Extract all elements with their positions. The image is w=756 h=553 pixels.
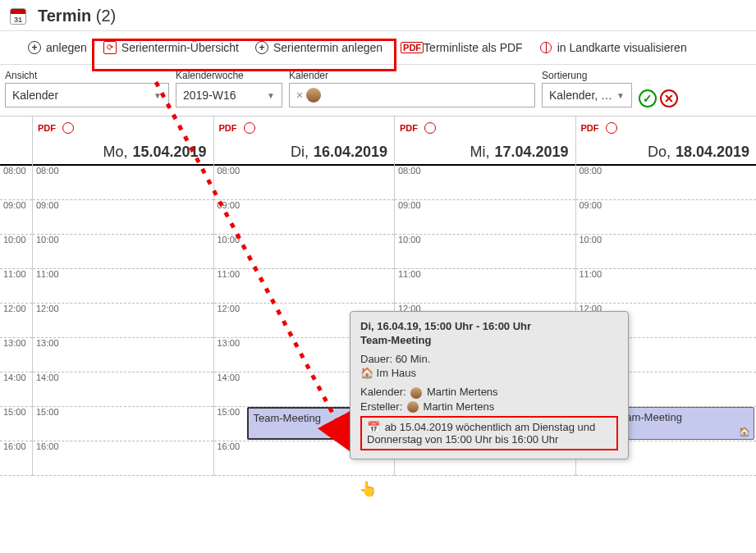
plus-circle-icon: + <box>255 41 268 54</box>
hour-label: 12:00 <box>3 304 26 313</box>
day-date: 15.04.2019 <box>132 144 206 161</box>
hour-label: 10:00 <box>3 235 26 245</box>
tooltip-datetime: Di, 16.04.19, 15:00 Uhr - 16:00 Uhr <box>360 320 618 332</box>
pdf-mini-icon[interactable]: PDF <box>400 123 418 133</box>
tooltip-recurrence-box: 📅 ab 15.04.2019 wöchentlich am Dienstag … <box>360 416 618 450</box>
hour-cell-label: 09:00 <box>218 200 241 210</box>
tooltip-title: Team-Meeting <box>360 334 618 346</box>
kw-value: 2019-W16 <box>183 89 236 102</box>
day-header: Do, 18.04.2019 <box>576 136 757 166</box>
toolbar-serien-anlegen[interactable]: + Serientermin anlegen <box>247 36 391 59</box>
hour-cell-label: 11:00 <box>398 269 421 279</box>
hour-cell-label: 12:00 <box>36 304 59 313</box>
kalender-label: Kalender <box>289 70 535 81</box>
hour-cell-label: 14:00 <box>218 372 241 382</box>
hour-cell-label: 15:00 <box>36 407 59 417</box>
apply-button[interactable]: ✓ <box>639 89 657 107</box>
toolbar-serien-uebersicht[interactable]: Serientermin-Übersicht <box>95 36 247 59</box>
hour-cell-label: 08:00 <box>398 166 421 176</box>
avatar-icon <box>410 387 422 399</box>
sort-select[interactable]: Kalender, … ▼ <box>542 83 632 107</box>
cancel-button[interactable]: ✕ <box>660 89 678 107</box>
hour-cell-label: 10:00 <box>218 235 241 245</box>
ansicht-value: Kalender <box>12 89 58 102</box>
hour-label: 15:00 <box>3 407 26 417</box>
day-icons: PDF <box>33 117 213 136</box>
filter-bar: Ansicht Kalender ▼ Kalenderwoche 2019-W1… <box>0 65 756 116</box>
toolbar-anlegen[interactable]: + anlegen <box>20 36 95 59</box>
day-icons: PDF <box>214 117 395 136</box>
tooltip-kalender-label: Kalender: <box>360 386 406 398</box>
pdf-mini-icon[interactable]: PDF <box>581 123 599 133</box>
toolbar-serien-uebersicht-label: Serientermin-Übersicht <box>121 41 239 54</box>
tooltip-recurrence-text: ab 15.04.2019 wöchentlich am Dienstag un… <box>367 421 595 446</box>
globe-mini-icon[interactable] <box>606 122 617 134</box>
hour-cell-label: 11:00 <box>580 269 603 279</box>
cursor-pointer-icon: 👆 <box>359 480 377 498</box>
globe-mini-icon[interactable] <box>424 122 436 134</box>
toolbar-pdf[interactable]: PDF Terminliste als PDF <box>397 36 531 59</box>
event-tooltip: Di, 16.04.19, 15:00 Uhr - 16:00 Uhr Team… <box>350 311 629 459</box>
day-of-week: Mi, <box>470 144 489 161</box>
hour-cell-label: 14:00 <box>36 372 59 382</box>
sort-label: Sortierung <box>542 70 632 81</box>
hour-cell-label: 12:00 <box>218 304 241 313</box>
plus-circle-icon: + <box>28 41 41 54</box>
day-icons: PDF <box>576 117 757 136</box>
hour-cell-label: 13:00 <box>218 338 241 348</box>
tooltip-duration: Dauer: 60 Min. <box>360 353 618 365</box>
hour-cell-label: 08:00 <box>36 166 59 176</box>
ansicht-label: Ansicht <box>5 70 169 81</box>
event-title: Team-Meeting <box>254 412 321 424</box>
day-icons: PDF <box>395 117 575 136</box>
pdf-mini-icon[interactable]: PDF <box>219 123 237 133</box>
page-title-count: (2) <box>96 7 116 25</box>
hour-cell-label: 16:00 <box>218 441 241 451</box>
toolbar-serien-anlegen-label: Serientermin anlegen <box>273 41 383 54</box>
hour-cell-label: 16:00 <box>36 441 59 451</box>
pdf-mini-icon[interactable]: PDF <box>38 123 56 133</box>
pdf-icon: PDF <box>405 41 419 54</box>
kw-select[interactable]: 2019-W16 ▼ <box>176 83 282 107</box>
day-date: 17.04.2019 <box>494 144 568 161</box>
hour-cell-label: 15:00 <box>218 407 241 417</box>
kalender-select[interactable]: × <box>289 83 535 107</box>
hour-cell-label: 09:00 <box>36 200 59 210</box>
toolbar-pdf-label: Terminliste als PDF <box>424 41 523 54</box>
chevron-down-icon: ▼ <box>267 91 275 100</box>
hour-cell-label: 13:00 <box>36 338 59 348</box>
day-date: 16.04.2019 <box>314 144 387 161</box>
ansicht-select[interactable]: Kalender ▼ <box>5 83 169 107</box>
page-header: Termin (2) <box>0 0 756 30</box>
day-header: Di, 16.04.2019 <box>214 136 395 166</box>
avatar-icon <box>407 401 419 413</box>
hour-label: 14:00 <box>3 372 26 382</box>
tooltip-location: 🏠 Im Haus <box>360 367 618 379</box>
day-header: Mo, 15.04.2019 <box>33 136 213 166</box>
globe-mini-icon[interactable] <box>62 122 74 134</box>
sort-value: Kalender, … <box>549 89 612 102</box>
recurrence-icon: 📅 <box>367 421 380 433</box>
day-of-week: Mo, <box>103 144 127 161</box>
avatar-icon <box>306 88 321 103</box>
tooltip-kalender-name: Martin Mertens <box>427 386 498 398</box>
hour-cell-label: 11:00 <box>36 269 59 279</box>
hour-cell-label: 10:00 <box>580 235 603 245</box>
hour-cell-label: 09:00 <box>580 200 603 210</box>
toolbar-anlegen-label: anlegen <box>46 41 87 54</box>
toolbar-landkarte[interactable]: in Landkarte visualisieren <box>531 36 695 59</box>
tooltip-kalender: Kalender: Martin Mertens <box>360 386 618 399</box>
hour-label: 13:00 <box>3 338 26 348</box>
tooltip-ersteller-name: Martin Mertens <box>424 400 495 413</box>
time-column: 08:00 09:00 10:00 11:00 12:00 13:00 14:0… <box>0 117 33 476</box>
home-icon: 🏠 <box>739 427 750 437</box>
hour-label: 09:00 <box>3 200 26 210</box>
day-column-monday: PDF Mo, 15.04.2019 08:00 09:00 10:00 11:… <box>33 117 214 476</box>
globe-mini-icon[interactable] <box>244 122 255 134</box>
kalender-remove[interactable]: × <box>296 89 303 102</box>
chevron-down-icon: ▼ <box>616 91 625 100</box>
hour-label: 11:00 <box>3 269 26 279</box>
hour-cell-label: 08:00 <box>218 166 241 176</box>
event-team-meeting[interactable]: Team-Meeting 🏠 <box>609 407 755 440</box>
tooltip-ersteller: Ersteller: Martin Mertens <box>360 400 618 414</box>
